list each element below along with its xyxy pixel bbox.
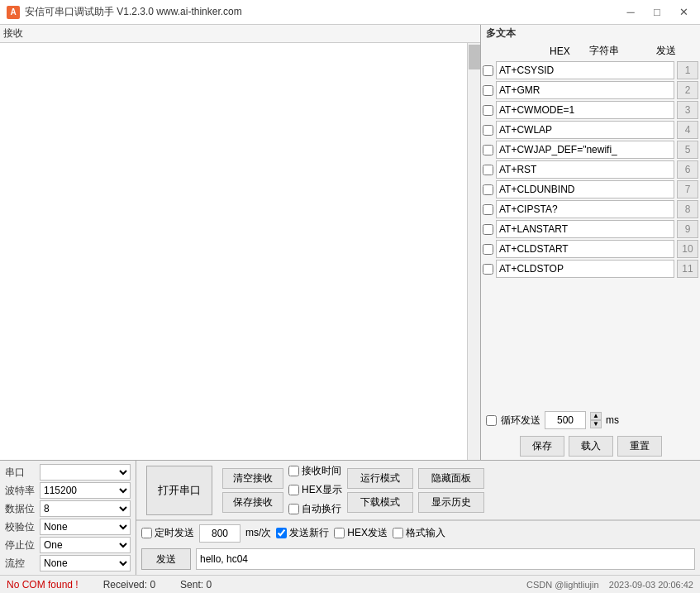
spin-down-button[interactable]: ▼ <box>590 420 602 428</box>
parity-row: 校验位 None <box>5 519 131 535</box>
right-top-controls: 打开串口 清空接收 保存接收 接收时间 HEX显示 <box>136 461 700 520</box>
at-command-row: 11 <box>483 260 698 278</box>
auto-newline-checkbox[interactable] <box>288 504 299 514</box>
mode-col: 运行模式 下载模式 <box>347 468 413 513</box>
at-send-num-button[interactable]: 6 <box>677 160 698 179</box>
at-cmd-input[interactable] <box>496 141 674 159</box>
at-cmd-input[interactable] <box>496 121 674 139</box>
received-status: Received: 0 <box>103 579 155 591</box>
at-send-num-button[interactable]: 2 <box>677 81 698 99</box>
at-command-row: 8 <box>483 200 698 218</box>
stopbits-select[interactable]: One <box>40 537 131 553</box>
timed-send-label: 定时发送 <box>155 526 194 540</box>
receive-scrollbar[interactable] <box>467 43 480 460</box>
hide-panel-button[interactable]: 隐藏面板 <box>418 468 484 489</box>
at-cmd-checkbox[interactable] <box>483 85 493 96</box>
clear-recv-button[interactable]: 清空接收 <box>222 468 283 489</box>
at-send-num-button[interactable]: 8 <box>677 200 698 218</box>
at-cmd-input[interactable] <box>496 160 674 179</box>
at-command-row: 1 <box>483 61 698 79</box>
flow-select[interactable]: None <box>40 555 131 571</box>
load-button[interactable]: 载入 <box>569 436 613 457</box>
maximize-button[interactable]: □ <box>647 4 667 21</box>
at-command-row: 5 <box>483 141 698 159</box>
baudrate-select[interactable]: 115200 <box>40 482 131 499</box>
at-cmd-checkbox[interactable] <box>483 244 493 255</box>
save-button[interactable]: 保存 <box>520 436 564 457</box>
at-cmd-input[interactable] <box>496 101 674 119</box>
at-send-num-button[interactable]: 5 <box>677 141 698 159</box>
at-command-row: 7 <box>483 180 698 198</box>
at-cmd-input[interactable] <box>496 180 674 198</box>
serial-settings: 串口 波特率 115200 数据位 8 校验位 None <box>0 461 136 575</box>
at-cmd-checkbox[interactable] <box>483 264 493 275</box>
at-cmd-checkbox[interactable] <box>483 65 493 76</box>
send-input[interactable] <box>196 548 695 570</box>
at-send-num-button[interactable]: 3 <box>677 101 698 119</box>
timed-send-check: 定时发送 <box>141 526 194 540</box>
loop-send-checkbox[interactable] <box>486 415 497 426</box>
reset-button[interactable]: 重置 <box>617 436 662 457</box>
at-cmd-input[interactable] <box>496 260 674 278</box>
at-cmd-input[interactable] <box>496 200 674 218</box>
at-cmd-checkbox[interactable] <box>483 145 493 155</box>
at-cmd-input[interactable] <box>496 220 674 238</box>
at-send-num-button[interactable]: 4 <box>677 121 698 139</box>
received-value: 0 <box>150 579 155 591</box>
open-port-button[interactable]: 打开串口 <box>146 466 212 515</box>
multitext-header: 多文本 <box>481 25 700 42</box>
port-select[interactable] <box>40 464 131 481</box>
panel-col: 隐藏面板 显示历史 <box>418 468 484 513</box>
format-checkbox[interactable] <box>393 528 403 538</box>
at-command-header: HEX 字符串 发送 <box>481 42 700 60</box>
at-cmd-checkbox[interactable] <box>483 224 493 235</box>
at-send-num-button[interactable]: 10 <box>677 240 698 258</box>
at-cmd-checkbox[interactable] <box>483 125 493 136</box>
hex-send-label: HEX发送 <box>347 526 388 540</box>
at-send-num-button[interactable]: 11 <box>677 260 698 278</box>
at-cmd-input[interactable] <box>496 81 674 99</box>
hex-display-checkbox[interactable] <box>288 485 299 495</box>
at-cmd-checkbox[interactable] <box>483 105 493 116</box>
send-col-label: 发送 <box>637 44 695 58</box>
at-cmd-checkbox[interactable] <box>483 165 493 175</box>
clear-save-col: 清空接收 保存接收 <box>222 468 283 513</box>
at-send-num-button[interactable]: 7 <box>677 180 698 198</box>
loop-send-label: 循环发送 <box>501 414 540 428</box>
receive-textarea[interactable] <box>0 43 467 460</box>
format-label: 格式输入 <box>406 526 445 540</box>
no-com-status: No COM found ! <box>7 579 79 591</box>
sent-label: Sent: <box>180 579 203 591</box>
save-recv-button[interactable]: 保存接收 <box>222 492 283 513</box>
show-history-button[interactable]: 显示历史 <box>418 492 484 513</box>
timed-send-checkbox[interactable] <box>141 528 152 538</box>
char-col-label: 字符串 <box>575 44 633 58</box>
at-cmd-input[interactable] <box>496 61 674 79</box>
watermark: CSDN @lightliujin <box>526 580 599 590</box>
parity-select[interactable]: None <box>40 519 131 535</box>
at-cmd-checkbox[interactable] <box>483 204 493 215</box>
status-bar: No COM found ! Received: 0 Sent: 0 CSDN … <box>0 575 700 593</box>
minimize-button[interactable]: ─ <box>621 4 640 21</box>
download-mode-button[interactable]: 下载模式 <box>347 492 413 513</box>
at-command-row: 4 <box>483 121 698 139</box>
loop-value-input[interactable] <box>545 411 586 429</box>
timed-value-input[interactable] <box>199 524 240 543</box>
at-send-num-button[interactable]: 1 <box>677 61 698 79</box>
hex-send-checkbox[interactable] <box>334 528 345 538</box>
app-title: 安信可串口调试助手 V1.2.3.0 www.ai-thinker.com <box>25 5 242 19</box>
at-cmd-input[interactable] <box>496 240 674 258</box>
spin-up-button[interactable]: ▲ <box>590 412 602 420</box>
recv-time-checkbox[interactable] <box>288 466 299 476</box>
at-cmd-checkbox[interactable] <box>483 184 493 195</box>
run-mode-button[interactable]: 运行模式 <box>347 468 413 489</box>
databits-select[interactable]: 8 <box>40 500 131 517</box>
close-button[interactable]: ✕ <box>674 4 693 21</box>
flow-row: 流控 None <box>5 555 131 571</box>
newline-checkbox[interactable] <box>276 528 287 538</box>
at-send-num-button[interactable]: 9 <box>677 220 698 238</box>
checkboxes-col: 接收时间 HEX显示 自动换行 <box>288 464 342 516</box>
send-button[interactable]: 发送 <box>141 548 191 570</box>
datetime-watermark: CSDN @lightliujin 2023-09-03 20:06:42 <box>526 580 693 590</box>
scrollbar-thumb <box>469 45 480 69</box>
